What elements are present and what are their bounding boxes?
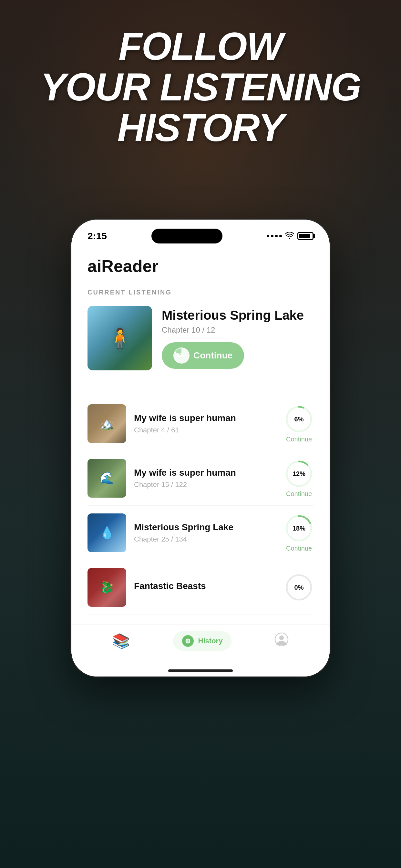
history-cover-1: 🏔️: [88, 404, 126, 443]
phone-wrapper: 2:15: [71, 220, 330, 677]
status-notch: [151, 228, 222, 244]
current-book-chapter: Chapter 10 / 12: [162, 326, 313, 335]
history-chapter-1: Chapter 4 / 61: [134, 426, 277, 434]
svg-point-0: [289, 238, 290, 239]
hero-section: FOLLOW YOUR LISTENING HISTORY: [0, 26, 401, 148]
current-listening-card: 🧍 Misterious Spring Lake Chapter 10 / 12…: [88, 303, 313, 383]
history-title-4: Fantastic Beasts: [134, 581, 277, 591]
progress-ring-3: 18%: [284, 514, 313, 543]
history-item-2[interactable]: 🌊 My wife is super human Chapter 15 / 12…: [88, 451, 313, 506]
bottom-nav: 📚 History: [71, 624, 330, 657]
history-title-3: Misterious Spring Lake: [134, 522, 277, 532]
history-info-2: My wife is super human Chapter 15 / 122: [134, 468, 277, 489]
hero-line3: HISTORY: [0, 107, 401, 148]
history-progress-4: 0%: [284, 573, 313, 602]
hero-line1: FOLLOW: [0, 26, 401, 66]
history-info-1: My wife is super human Chapter 4 / 61: [134, 413, 277, 434]
history-list: 🏔️ My wife is super human Chapter 4 / 61: [88, 397, 313, 615]
progress-ring-4: 0%: [284, 573, 313, 602]
history-title-2: My wife is super human: [134, 468, 277, 478]
history-nav-label: History: [198, 637, 223, 645]
history-continue-2: Continue: [286, 490, 312, 498]
current-book-cover: 🧍: [88, 306, 152, 370]
status-time: 2:15: [88, 230, 107, 242]
history-cover-icon-4: 🐉: [100, 581, 114, 594]
history-progress-1: 6% Continue: [284, 405, 313, 443]
signal-dot-1: [267, 235, 269, 237]
progress-ring-2: 12%: [284, 459, 313, 488]
home-indicator: [71, 657, 330, 677]
home-bar: [168, 670, 233, 672]
progress-ring-1: 6%: [284, 405, 313, 434]
nav-library[interactable]: 📚: [112, 632, 130, 649]
battery-icon: [297, 232, 313, 240]
history-cover-icon-3: 💧: [100, 526, 114, 539]
progress-label-4: 0%: [295, 584, 304, 591]
history-pill: History: [173, 631, 232, 651]
history-title-1: My wife is super human: [134, 413, 277, 423]
history-progress-2: 12% Continue: [284, 459, 313, 498]
current-progress-circle: 83%: [174, 347, 189, 364]
history-cover-3: 💧: [88, 514, 126, 552]
history-chapter-3: Chapter 25 / 134: [134, 535, 277, 544]
history-cover-icon-2: 🌊: [100, 471, 114, 485]
current-continue-button[interactable]: 83% Continue: [162, 342, 244, 369]
section-divider: [88, 390, 313, 390]
current-continue-label: Continue: [193, 350, 233, 361]
history-cover-4: 🐉: [88, 568, 126, 607]
nav-profile[interactable]: [274, 632, 289, 650]
history-progress-3: 18% Continue: [284, 514, 313, 552]
hero-title: FOLLOW YOUR LISTENING HISTORY: [0, 26, 401, 148]
history-item-3[interactable]: 💧 Misterious Spring Lake Chapter 25 / 13…: [88, 506, 313, 560]
progress-label-3: 18%: [292, 524, 305, 532]
cover-figure-icon: 🧍: [108, 327, 132, 350]
signal-dots: [267, 235, 282, 237]
progress-label-1: 6%: [295, 415, 304, 423]
history-cover-2: 🌊: [88, 459, 126, 498]
signal-dot-3: [275, 235, 278, 237]
history-item-4[interactable]: 🐉 Fantastic Beasts 0%: [88, 560, 313, 615]
hero-line2: YOUR LISTENING: [0, 66, 401, 107]
history-item-1[interactable]: 🏔️ My wife is super human Chapter 4 / 61: [88, 397, 313, 451]
history-continue-1: Continue: [286, 436, 312, 443]
phone-frame: 2:15: [71, 220, 330, 677]
history-info-4: Fantastic Beasts: [134, 581, 277, 594]
wifi-icon: [285, 231, 294, 241]
current-book-title: Misterious Spring Lake: [162, 307, 313, 323]
library-icon: 📚: [112, 632, 130, 649]
signal-dot-2: [271, 235, 274, 237]
status-icons: [267, 231, 313, 241]
history-continue-3: Continue: [286, 545, 312, 552]
history-cover-icon-1: 🏔️: [100, 417, 114, 430]
progress-label-2: 12%: [292, 470, 305, 477]
history-info-3: Misterious Spring Lake Chapter 25 / 134: [134, 522, 277, 544]
nav-history[interactable]: History: [173, 631, 232, 651]
current-book-info: Misterious Spring Lake Chapter 10 / 12 8…: [162, 307, 313, 369]
svg-point-12: [279, 636, 284, 640]
status-bar: 2:15: [71, 220, 330, 247]
history-chapter-2: Chapter 15 / 122: [134, 480, 277, 489]
battery-fill: [299, 234, 310, 238]
signal-dot-4: [279, 235, 282, 237]
current-listening-label: CURRENT LISTENING: [88, 289, 313, 296]
svg-point-10: [187, 640, 189, 642]
app-content: aiReader CURRENT LISTENING 🧍 Misterious …: [71, 247, 330, 624]
history-dot-icon: [182, 635, 194, 647]
profile-icon: [274, 632, 289, 650]
app-title: aiReader: [88, 256, 313, 276]
